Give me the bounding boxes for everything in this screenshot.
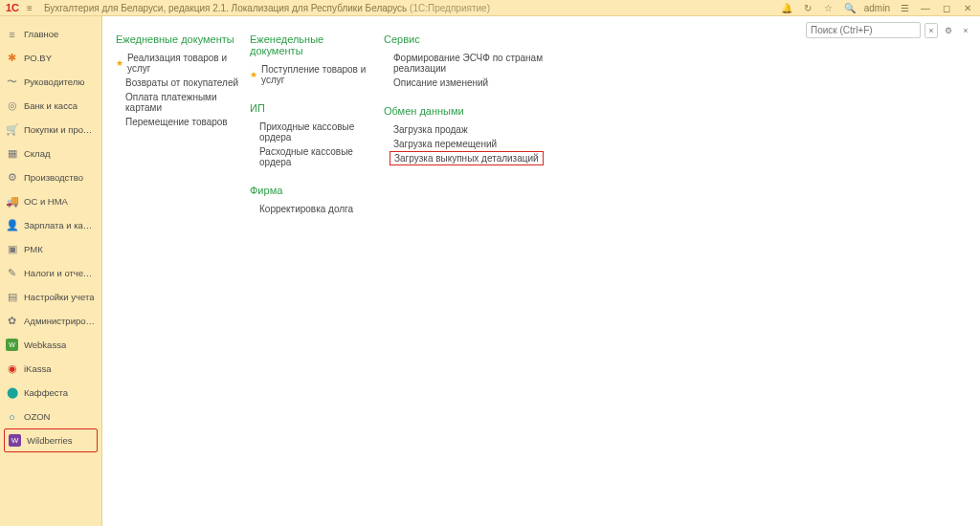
- link-text: Поступление товаров и услуг: [261, 64, 374, 85]
- clear-button[interactable]: ×: [924, 23, 938, 38]
- section-service: Сервис Формирование ЭСЧФ по странам реал…: [384, 33, 594, 90]
- sidebar: ≡Главное✱PO.BY〜Руководителю◎Банк и касса…: [0, 16, 102, 526]
- link-text: Формирование ЭСЧФ по странам реализации: [393, 53, 594, 74]
- link-text: Перемещение товаров: [125, 117, 228, 127]
- user-label[interactable]: admin: [864, 3, 890, 13]
- section-title: Сервис: [384, 33, 594, 45]
- link-text: Корректировка долга: [259, 204, 353, 214]
- sidebar-label: Налоги и отчетность: [24, 268, 96, 278]
- link-text: Загрузка перемещений: [393, 139, 497, 149]
- sidebar-label: Покупки и продажи: [24, 124, 96, 135]
- search-input[interactable]: [806, 22, 921, 38]
- sidebar-label: Webkassa: [24, 340, 66, 350]
- body: ≡Главное✱PO.BY〜Руководителю◎Банк и касса…: [0, 16, 980, 526]
- section-firm: Фирма Корректировка долга: [250, 185, 374, 216]
- header-bar: 1C ≡ Бухгалтерия для Беларуси, редакция …: [0, 0, 980, 16]
- sidebar-item[interactable]: 👤Зарплата и кадры: [0, 213, 101, 237]
- sidebar-item[interactable]: ○OZON: [0, 405, 101, 428]
- sidebar-item[interactable]: ⚙Производство: [0, 165, 101, 189]
- top-controls: × ⚙ ×: [806, 22, 972, 38]
- bell-icon[interactable]: 🔔: [780, 3, 793, 13]
- link-item[interactable]: Расходные кассовые ордера: [250, 144, 374, 169]
- link-item[interactable]: Загрузка выкупных детализаций: [390, 151, 544, 165]
- sidebar-icon: W: [6, 339, 18, 351]
- minimize-icon[interactable]: —: [919, 3, 932, 13]
- sidebar-icon: 〜: [6, 76, 18, 88]
- link-item[interactable]: Загрузка продаж: [384, 122, 594, 137]
- menu-icon[interactable]: ☰: [898, 3, 911, 13]
- sidebar-label: РМК: [24, 244, 43, 254]
- hamburger-icon[interactable]: ≡: [27, 3, 33, 13]
- link-item[interactable]: Описание изменений: [384, 76, 594, 90]
- link-item[interactable]: Формирование ЭСЧФ по странам реализации: [384, 51, 594, 76]
- sidebar-label: Wildberries: [27, 435, 73, 446]
- section-items: Формирование ЭСЧФ по странам реализацииО…: [384, 51, 594, 90]
- sidebar-icon: ◉: [6, 362, 18, 375]
- star-icon: ★: [116, 58, 123, 68]
- sidebar-label: Руководителю: [24, 77, 84, 87]
- sidebar-icon: 👤: [6, 219, 18, 231]
- sidebar-icon: ⬤: [6, 386, 18, 399]
- sidebar-icon: ▦: [6, 147, 18, 160]
- sidebar-item[interactable]: WWildberries: [4, 428, 98, 452]
- section-items: Корректировка долга: [250, 202, 374, 216]
- star-icon[interactable]: ☆: [822, 3, 835, 13]
- sidebar-item[interactable]: 〜Руководителю: [0, 70, 101, 94]
- sidebar-item[interactable]: ▤Настройки учета: [0, 285, 101, 309]
- sidebar-icon: ✿: [6, 315, 18, 327]
- link-text: Загрузка продаж: [393, 124, 468, 135]
- history-icon[interactable]: ↻: [801, 3, 814, 13]
- link-item[interactable]: Возвраты от покупателей: [116, 76, 240, 90]
- sidebar-item[interactable]: ◎Банк и касса: [0, 94, 101, 118]
- breadcrumb: Бухгалтерия для Беларуси, редакция 2.1. …: [44, 3, 490, 13]
- sidebar-icon: ⚙: [6, 171, 18, 184]
- link-text: Загрузка выкупных детализаций: [394, 153, 539, 164]
- header-left: 1C ≡ Бухгалтерия для Беларуси, редакция …: [6, 2, 490, 13]
- link-item[interactable]: Загрузка перемещений: [384, 137, 594, 151]
- link-item[interactable]: Перемещение товаров: [116, 115, 240, 129]
- sidebar-icon: W: [9, 434, 21, 447]
- maximize-icon[interactable]: ◻: [940, 3, 953, 13]
- sidebar-label: PO.BY: [24, 53, 52, 63]
- main-content: × ⚙ × Ежедневные документы ★Реализация т…: [102, 16, 980, 526]
- section-ip: ИП Приходные кассовые ордераРасходные ка…: [250, 102, 374, 169]
- link-item[interactable]: ★Поступление товаров и услуг: [250, 62, 374, 87]
- sidebar-label: iKassa: [24, 363, 52, 374]
- sidebar-icon: 🛒: [6, 123, 18, 136]
- sidebar-item[interactable]: ◉iKassa: [0, 357, 101, 381]
- sidebar-label: Зарплата и кадры: [24, 220, 96, 230]
- logo-1c: 1C: [6, 2, 19, 13]
- sidebar-label: Главное: [24, 29, 58, 39]
- sidebar-item[interactable]: 🛒Покупки и продажи: [0, 118, 101, 142]
- close-panel-icon[interactable]: ×: [959, 23, 972, 38]
- sidebar-item[interactable]: ▦Склад: [0, 142, 101, 165]
- sidebar-icon: ✱: [6, 52, 18, 64]
- sidebar-item[interactable]: ⬤Каффеста: [0, 381, 101, 405]
- section-title: Ежедневные документы: [116, 33, 240, 45]
- search-icon[interactable]: 🔍: [843, 3, 857, 13]
- columns: Ежедневные документы ★Реализация товаров…: [116, 33, 980, 231]
- section-title: ИП: [250, 102, 374, 114]
- link-item[interactable]: Оплата платежными картами: [116, 90, 240, 115]
- sidebar-icon: ○: [6, 410, 18, 423]
- sidebar-icon: ▤: [6, 291, 18, 303]
- sidebar-icon: 🚚: [6, 195, 18, 208]
- sidebar-item[interactable]: WWebkassa: [0, 333, 101, 357]
- sidebar-item[interactable]: ▣РМК: [0, 237, 101, 261]
- link-text: Расходные кассовые ордера: [259, 146, 374, 167]
- sidebar-item[interactable]: 🚚ОС и НМА: [0, 189, 101, 213]
- sidebar-item[interactable]: ✿Администрирование: [0, 309, 101, 333]
- gear-icon[interactable]: ⚙: [942, 23, 955, 38]
- sidebar-item[interactable]: ≡Главное: [0, 22, 101, 46]
- sidebar-icon: ≡: [6, 28, 18, 40]
- sidebar-label: Каффеста: [24, 387, 68, 398]
- section-title: Фирма: [250, 185, 374, 196]
- sidebar-item[interactable]: ✎Налоги и отчетность: [0, 261, 101, 285]
- link-item[interactable]: Приходные кассовые ордера: [250, 120, 374, 144]
- link-item[interactable]: Корректировка долга: [250, 202, 374, 216]
- link-item[interactable]: ★Реализация товаров и услуг: [116, 51, 240, 76]
- close-icon[interactable]: ✕: [961, 3, 974, 13]
- section-daily: Ежедневные документы ★Реализация товаров…: [116, 33, 240, 129]
- section-exchange: Обмен данными Загрузка продажЗагрузка пе…: [384, 105, 594, 165]
- sidebar-item[interactable]: ✱PO.BY: [0, 46, 101, 70]
